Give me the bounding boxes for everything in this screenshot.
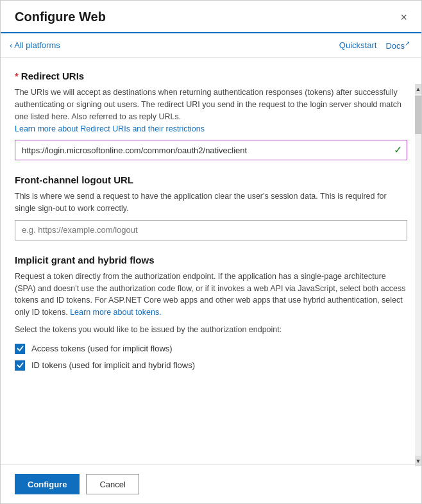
scroll-up-arrow[interactable]: ▲ — [415, 84, 421, 94]
redirect-uris-section: *Redirect URIs The URIs we will accept a… — [15, 71, 407, 160]
required-star: * — [15, 71, 19, 81]
docs-link[interactable]: Docs↗ — [385, 40, 410, 51]
implicit-flows-section: Implicit grant and hybrid flows Request … — [15, 255, 407, 371]
implicit-flows-desc: Request a token directly from the author… — [15, 271, 407, 319]
front-channel-section: Front-channel logout URL This is where w… — [15, 174, 407, 240]
redirect-uris-title: *Redirect URIs — [15, 71, 407, 81]
front-channel-desc: This is where we send a request to have … — [15, 190, 407, 215]
external-link-icon: ↗ — [405, 40, 410, 47]
checkmark-icon: ✓ — [394, 145, 402, 155]
nav-right: Quickstart Docs↗ — [339, 40, 410, 51]
scroll-thumb[interactable] — [415, 96, 421, 134]
implicit-flows-title: Implicit grant and hybrid flows — [15, 255, 407, 265]
redirect-uri-input[interactable] — [15, 140, 407, 160]
nav-bar: ‹ All platforms Quickstart Docs↗ — [1, 33, 421, 58]
id-tokens-checkbox[interactable] — [15, 360, 25, 371]
access-tokens-checkbox[interactable] — [15, 344, 25, 354]
close-button[interactable]: × — [398, 10, 410, 24]
dialog-footer: Configure Cancel — [1, 464, 421, 503]
implicit-flows-select-label: Select the tokens you would like to be i… — [15, 324, 407, 336]
access-tokens-checkbox-row: Access tokens (used for implicit flows) — [15, 344, 407, 354]
dialog-header: Configure Web × — [1, 1, 421, 33]
front-channel-title: Front-channel logout URL — [15, 174, 407, 185]
redirect-uris-desc: The URIs we will accept as destinations … — [15, 87, 407, 135]
id-tokens-label: ID tokens (used for implicit and hybrid … — [31, 360, 195, 370]
access-tokens-label: Access tokens (used for implicit flows) — [31, 344, 173, 353]
redirect-uris-learn-link[interactable]: Learn more about Redirect URIs and their… — [15, 124, 205, 133]
scroll-down-arrow[interactable]: ▼ — [415, 456, 421, 466]
dialog-title: Configure Web — [15, 10, 106, 24]
front-channel-input-wrapper — [15, 220, 407, 240]
front-channel-input[interactable] — [15, 220, 407, 240]
implicit-flows-learn-link[interactable]: Learn more about tokens. — [70, 308, 161, 317]
cancel-button[interactable]: Cancel — [86, 474, 139, 494]
configure-button[interactable]: Configure — [15, 474, 80, 494]
configure-web-dialog: Configure Web × ‹ All platforms Quicksta… — [0, 0, 422, 504]
id-tokens-checkbox-row: ID tokens (used for implicit and hybrid … — [15, 360, 407, 371]
content-area: *Redirect URIs The URIs we will accept a… — [1, 58, 421, 464]
redirect-uri-input-wrapper: ✓ — [15, 140, 407, 160]
quickstart-link[interactable]: Quickstart — [339, 40, 377, 50]
back-link[interactable]: ‹ All platforms — [10, 40, 60, 50]
scrollbar: ▲ ▼ — [415, 84, 421, 466]
